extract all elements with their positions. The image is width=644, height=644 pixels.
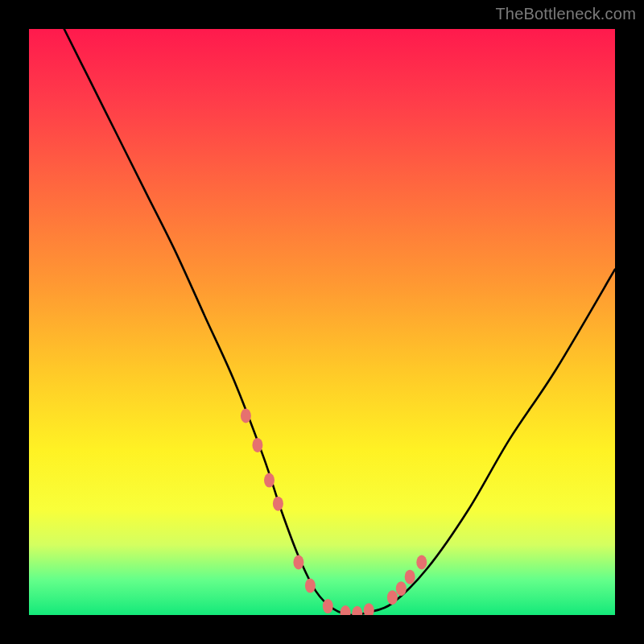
watermark-text: TheBottleneck.com: [495, 5, 636, 23]
plot-area: [29, 29, 615, 615]
marker-dot: [416, 555, 427, 570]
marker-dot: [396, 581, 407, 596]
marker-dot: [305, 579, 316, 593]
marker-dot: [323, 599, 333, 613]
marker-dot: [273, 497, 283, 511]
marker-dot: [341, 605, 351, 615]
chart-frame: TheBottleneck.com: [0, 0, 644, 644]
marker-dot: [241, 409, 251, 423]
marker-dot: [252, 438, 262, 452]
marker-dot: [352, 606, 362, 615]
marker-dot: [387, 590, 398, 605]
marker-dot: [364, 603, 374, 615]
bottleneck-curve: [64, 29, 615, 615]
marker-dot: [405, 570, 415, 584]
marker-dot: [264, 473, 275, 488]
curve-svg: [29, 29, 615, 615]
marker-dot: [293, 555, 303, 570]
marker-group: [241, 409, 427, 616]
